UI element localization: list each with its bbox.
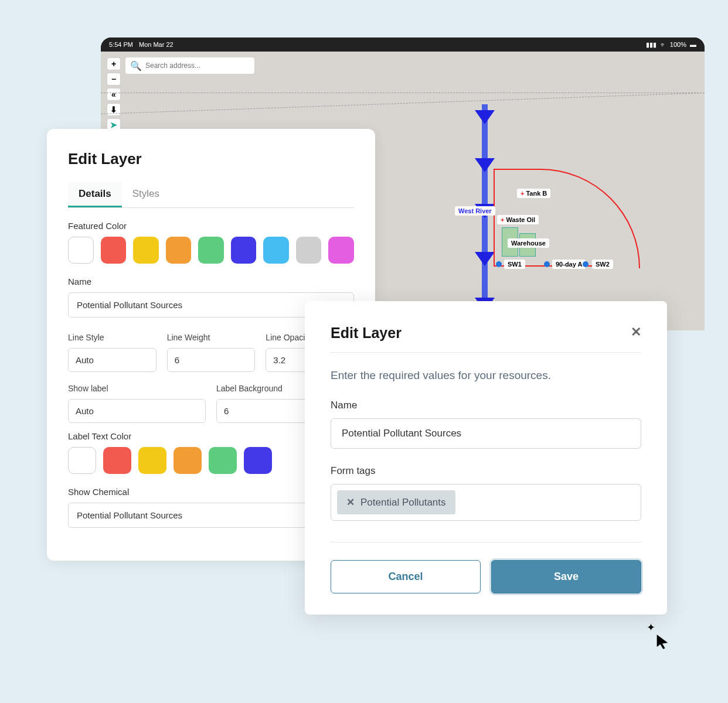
- tab-details[interactable]: Details: [68, 182, 122, 207]
- map-label-90day: 90-day A: [552, 260, 586, 269]
- featured-color-label: Featured Color: [68, 221, 354, 231]
- show-label-label: Show label: [68, 384, 206, 393]
- swatch-white[interactable]: [68, 237, 94, 264]
- click-burst-icon: [647, 621, 655, 634]
- swatch-pink[interactable]: [328, 237, 354, 264]
- lswatch-white[interactable]: [68, 447, 96, 474]
- map-label-waste-oil: +Waste Oil: [497, 215, 539, 224]
- swatch-blue[interactable]: [231, 237, 257, 264]
- map-label-sw1: SW1: [504, 260, 525, 269]
- save-button[interactable]: Save: [491, 560, 641, 593]
- edit-layer-modal: Edit Layer ✕ Enter the required values f…: [305, 301, 667, 615]
- tab-styles[interactable]: Styles: [122, 182, 170, 207]
- status-time: 5:54 PM: [109, 41, 133, 48]
- signal-icon: ▮▮▮: [646, 41, 656, 49]
- panel-title: Edit Layer: [68, 150, 354, 168]
- swatch-red[interactable]: [101, 237, 127, 264]
- tag-text: Potential Pollutants: [360, 497, 446, 509]
- tag-remove-icon[interactable]: ✕: [346, 496, 355, 509]
- modal-name-input[interactable]: [331, 418, 641, 449]
- wifi-icon: ᯤ: [660, 41, 666, 48]
- statusbar: 5:54 PM Mon Mar 22 ▮▮▮ ᯤ 100% ▬: [101, 37, 705, 52]
- modal-subtitle: Enter the required values for your resou…: [331, 369, 641, 382]
- lswatch-red[interactable]: [103, 447, 131, 474]
- featured-color-swatches: [68, 237, 354, 264]
- lswatch-orange[interactable]: [174, 447, 202, 474]
- swatch-lightblue[interactable]: [263, 237, 289, 264]
- swatch-yellow[interactable]: [133, 237, 159, 264]
- modal-name-label: Name: [331, 400, 641, 411]
- lswatch-blue[interactable]: [244, 447, 272, 474]
- map-label-sw2: SW2: [592, 260, 613, 269]
- tabs: Details Styles: [68, 182, 354, 208]
- swatch-orange[interactable]: [166, 237, 192, 264]
- line-weight-label: Line Weight: [167, 333, 256, 342]
- line-weight-select[interactable]: 6: [167, 348, 256, 372]
- swatch-green[interactable]: [198, 237, 224, 264]
- status-date: Mon Mar 22: [139, 41, 174, 48]
- line-style-label: Line Style: [68, 333, 157, 342]
- tag-chip: ✕ Potential Pollutants: [337, 490, 455, 514]
- battery-icon: ▬: [690, 41, 696, 48]
- lswatch-yellow[interactable]: [138, 447, 166, 474]
- line-style-select[interactable]: Auto: [68, 348, 157, 372]
- swatch-gray[interactable]: [296, 237, 322, 264]
- name-label: Name: [68, 277, 354, 286]
- cancel-button[interactable]: Cancel: [331, 560, 481, 593]
- cursor-icon: [654, 633, 671, 654]
- battery-pct: 100%: [670, 41, 686, 48]
- close-button[interactable]: ✕: [631, 325, 641, 340]
- lswatch-green[interactable]: [209, 447, 237, 474]
- map-label-warehouse: Warehouse: [508, 238, 549, 248]
- map-label-west-river: West River: [455, 206, 495, 216]
- formtags-input[interactable]: ✕ Potential Pollutants: [331, 484, 641, 521]
- show-label-select[interactable]: Auto: [68, 399, 206, 423]
- modal-title: Edit Layer: [331, 325, 402, 342]
- map-label-tank-b: +Tank B: [517, 189, 550, 198]
- formtags-label: Form tags: [331, 465, 641, 477]
